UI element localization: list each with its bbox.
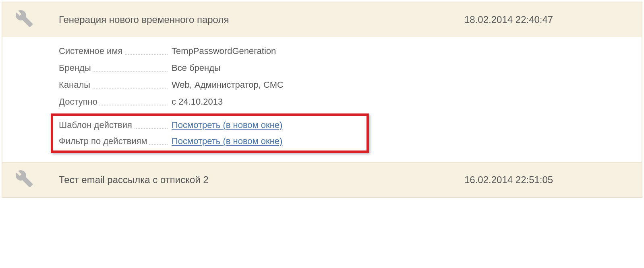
- action-template-link[interactable]: Посмотреть (в новом окне): [172, 120, 282, 130]
- item-date: 18.02.2014 22:40:47: [464, 14, 634, 25]
- detail-label: Фильтр по действиям: [59, 136, 172, 146]
- detail-row-brands: Бренды Все бренды: [59, 63, 642, 73]
- detail-value: TempPasswordGeneration: [172, 46, 276, 56]
- item-details-panel: Системное имя TempPasswordGeneration Бре…: [2, 37, 642, 162]
- item-row[interactable]: Тест email рассылка с отпиской 2 16.02.2…: [2, 162, 642, 197]
- detail-row-available: Доступно с 24.10.2013: [59, 97, 642, 107]
- detail-row-system-name: Системное имя TempPasswordGeneration: [59, 46, 642, 56]
- wrench-icon: [15, 10, 33, 30]
- item-icon-cell: [10, 10, 59, 30]
- detail-value: с 24.10.2013: [172, 97, 223, 107]
- detail-label: Каналы: [59, 80, 172, 90]
- detail-label: Системное имя: [59, 46, 172, 56]
- highlight-box: Шаблон действия Посмотреть (в новом окне…: [51, 113, 369, 153]
- detail-label: Бренды: [59, 63, 172, 73]
- item-title: Тест email рассылка с отпиской 2: [59, 174, 464, 186]
- items-list: Генерация нового временного пароля 18.02…: [2, 2, 642, 198]
- detail-label: Шаблон действия: [59, 120, 172, 130]
- detail-row-channels: Каналы Web, Администратор, СМС: [59, 80, 642, 90]
- detail-row-action-template: Шаблон действия Посмотреть (в новом окне…: [59, 120, 361, 130]
- item-icon-cell: [10, 170, 59, 190]
- detail-value: Web, Администратор, СМС: [172, 80, 284, 90]
- item-date: 16.02.2014 22:51:05: [464, 174, 634, 186]
- action-filter-link[interactable]: Посмотреть (в новом окне): [172, 136, 282, 146]
- wrench-icon: [15, 170, 33, 190]
- item-title: Генерация нового временного пароля: [59, 14, 464, 25]
- detail-row-action-filter: Фильтр по действиям Посмотреть (в новом …: [59, 136, 361, 146]
- item-row[interactable]: Генерация нового временного пароля 18.02…: [2, 2, 642, 37]
- detail-value: Все бренды: [172, 63, 221, 73]
- detail-label: Доступно: [59, 97, 172, 107]
